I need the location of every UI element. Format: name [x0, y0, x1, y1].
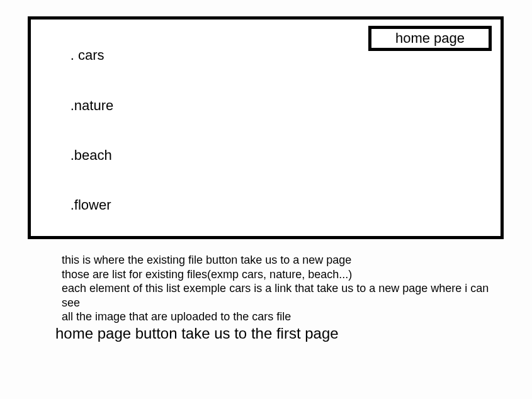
- list-item-label: flower: [74, 197, 111, 213]
- list-item[interactable]: .beach: [47, 130, 113, 180]
- list-item[interactable]: . cars: [47, 31, 113, 81]
- list-item-label: beach: [74, 147, 112, 163]
- existing-files-list: . cars .nature .beach .flower: [47, 31, 113, 230]
- home-page-button-label: home page: [395, 30, 465, 47]
- footer-note: home page button take us to the first pa…: [55, 325, 339, 342]
- description-text: this is where the existing file button t…: [62, 253, 502, 324]
- description-line: all the image that are uploaded to the c…: [62, 310, 502, 324]
- home-page-button[interactable]: home page: [368, 26, 492, 51]
- list-item[interactable]: .nature: [47, 81, 113, 130]
- wireframe-box: . cars .nature .beach .flower home page: [28, 16, 504, 239]
- list-item-label: cars: [78, 47, 105, 63]
- list-item[interactable]: .flower: [47, 181, 113, 230]
- description-line: those are list for existing files(exmp c…: [62, 267, 502, 282]
- description-line: each element of this list exemple cars i…: [62, 281, 502, 310]
- footer-note-text: home page button take us to the first pa…: [55, 325, 339, 342]
- description-line: this is where the existing file button t…: [62, 253, 502, 267]
- list-item-label: nature: [74, 98, 113, 113]
- bullet-prefix: .: [71, 47, 78, 63]
